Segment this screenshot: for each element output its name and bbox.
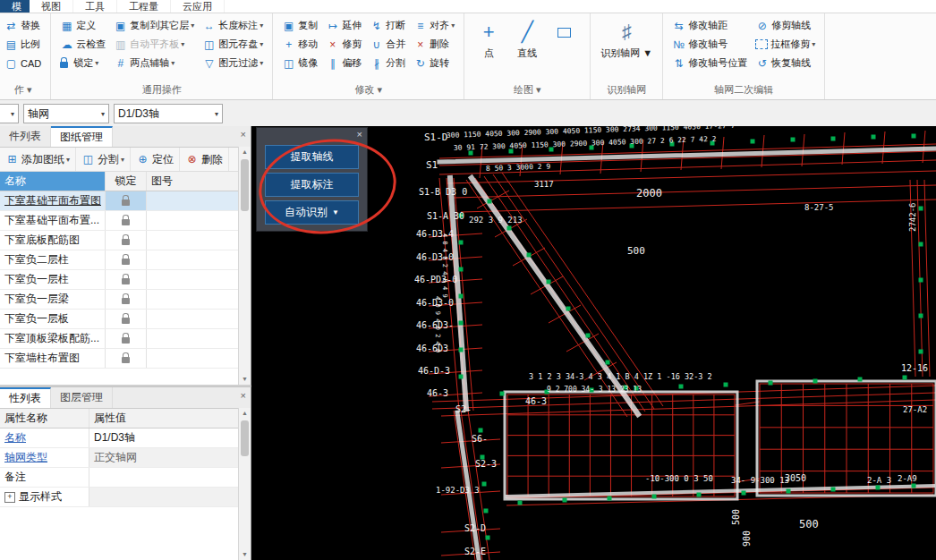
ribbon-item-define[interactable]: ▦定义 xyxy=(57,16,108,35)
tab-property-list[interactable]: 性列表 xyxy=(0,387,51,408)
scroll-up-icon[interactable]: ▲ xyxy=(242,408,248,419)
scroll-up-icon[interactable]: ▲ xyxy=(242,147,248,157)
ribbon-item-restore[interactable]: ↺恢复轴线 xyxy=(753,54,818,72)
sheet-row[interactable]: 下室顶板梁板配筋... xyxy=(0,329,251,349)
ribbon-item-rect[interactable] xyxy=(548,16,583,82)
sheet-tool-locate[interactable]: ⊕定位 xyxy=(131,148,180,171)
sheet-row[interactable]: 下室负二层柱 xyxy=(0,250,251,270)
sheet-tool-splitsheet[interactable]: ◫分割▾ xyxy=(76,148,131,171)
combo-partial[interactable]: ▾ xyxy=(0,104,19,123)
close-icon[interactable]: × xyxy=(357,129,362,140)
close-icon[interactable]: × xyxy=(241,390,246,401)
ribbon-item-scale[interactable]: ▤比例 xyxy=(2,35,44,54)
chevron-down-icon: ▾ xyxy=(260,21,263,30)
ribbon-item-cad[interactable]: ▢CAD xyxy=(2,54,44,72)
prop-row[interactable]: 名称D1/D3轴 xyxy=(0,428,251,448)
sheet-lock-cell[interactable] xyxy=(106,290,147,309)
column-number[interactable]: 图号 xyxy=(147,172,251,191)
sheet-lock-cell[interactable] xyxy=(106,231,147,250)
ribbon-item-grid[interactable]: ♯识别轴网 ▼ xyxy=(597,16,656,82)
prop-value[interactable] xyxy=(89,468,240,487)
sheet-lock-cell[interactable] xyxy=(106,211,147,230)
ribbon-item-length[interactable]: ↔长度标注▾ xyxy=(200,16,266,35)
sheet-tool-delsheet[interactable]: ⊗删除 xyxy=(180,148,229,171)
sheet-lock-cell[interactable] xyxy=(106,349,147,368)
ribbon-item-rotate[interactable]: ↻旋转 xyxy=(411,54,457,72)
column-lock[interactable]: 锁定 xyxy=(106,172,147,191)
prop-row[interactable]: 轴网类型正交轴网 xyxy=(0,448,251,468)
ribbon-item-alignplate[interactable]: ▥自动平齐板▾ xyxy=(111,35,197,54)
float-button-2[interactable]: 自动识别▼ xyxy=(265,200,359,225)
ribbon-item-save[interactable]: ◫图元存盘▾ xyxy=(200,35,266,54)
float-button-0[interactable]: 提取轴线 xyxy=(265,145,359,169)
ribbon-item-offset[interactable]: ∥偏移 xyxy=(323,54,364,72)
menu-tab-active[interactable]: 模 xyxy=(0,0,30,13)
ribbon-group-ops: ⇄替换▤比例▢CAD作 ▾ xyxy=(0,13,51,99)
menu-tab-0[interactable]: 视图 xyxy=(30,0,73,13)
ribbon-item-trim[interactable]: ×修剪 xyxy=(323,35,364,54)
sheet-lock-cell[interactable] xyxy=(106,310,147,328)
ribbon-item-copy[interactable]: ▣复制 xyxy=(279,16,320,35)
property-scrollbar[interactable]: ▲ ▼ xyxy=(238,408,251,560)
ribbon-item-axisdist[interactable]: ⇆修改轴距 xyxy=(669,16,750,35)
column-name[interactable]: 名称 xyxy=(0,172,106,191)
sheet-row[interactable]: 下室墙柱布置图 xyxy=(0,349,251,369)
prop-row[interactable]: +显示样式 xyxy=(0,488,251,507)
sheet-row[interactable]: 下室基础平面布置图 xyxy=(0,191,251,211)
sheet-row[interactable]: 下室负一层梁 xyxy=(0,290,251,310)
ribbon-item-swap[interactable]: ⇄替换 xyxy=(2,16,44,35)
prop-value[interactable]: D1/D3轴 xyxy=(89,428,240,447)
sheet-row[interactable]: 下室负一层板 xyxy=(0,310,251,329)
ribbon-item-copylayer[interactable]: ▣复制到其它层▾ xyxy=(111,16,197,35)
ribbon-item-break[interactable]: ↯打断 xyxy=(367,16,408,35)
close-icon[interactable]: × xyxy=(241,129,246,140)
sheet-lock-cell[interactable] xyxy=(106,250,147,269)
prop-row[interactable]: 备注 xyxy=(0,468,251,488)
ribbon-item-extend[interactable]: ↦延伸 xyxy=(323,16,364,35)
ribbon-item-move[interactable]: +移动 xyxy=(279,35,320,54)
ribbon-item-auxaxis[interactable]: #两点辅轴▾ xyxy=(111,54,197,72)
save-icon: ◫ xyxy=(202,39,216,50)
box-trim-icon xyxy=(755,39,768,49)
scroll-down-icon[interactable]: ▼ xyxy=(242,374,248,385)
ribbon-item-merge[interactable]: ∪合并 xyxy=(367,35,408,54)
ribbon-item-point[interactable]: +点 xyxy=(471,16,506,82)
menu-tab-1[interactable]: 工具 xyxy=(73,0,117,13)
ribbon-item-mirror[interactable]: ◫镜像 xyxy=(279,54,320,72)
scroll-thumb[interactable] xyxy=(241,159,249,211)
scroll-down-icon[interactable]: ▼ xyxy=(242,549,248,560)
ribbon-item-cloud[interactable]: ☁云检查 xyxy=(57,35,108,54)
menu-tab-2[interactable]: 工程量 xyxy=(117,0,171,13)
scroll-thumb[interactable] xyxy=(241,420,249,456)
element-type-combo[interactable]: 轴网 ▾ xyxy=(23,104,109,123)
menu-tab-3[interactable]: 云应用 xyxy=(171,0,225,13)
sheet-lock-cell[interactable] xyxy=(106,191,147,210)
sheet-row[interactable]: 下室底板配筋图 xyxy=(0,231,251,250)
sheet-lock-cell[interactable] xyxy=(106,329,147,348)
sheet-row[interactable]: 下室基础平面布置... xyxy=(0,211,251,231)
tab-sheet-manager[interactable]: 图纸管理 xyxy=(51,126,113,147)
ribbon-item-split[interactable]: ∦分割 xyxy=(367,54,408,72)
ribbon-item-filter[interactable]: ▽图元过滤▾ xyxy=(200,54,266,72)
ribbon-item-line[interactable]: ╱直线 xyxy=(509,16,545,82)
trim-icon: × xyxy=(326,39,339,50)
ribbon-item-lock[interactable]: 锁定▾ xyxy=(57,54,108,72)
chevron-down-icon: ▾ xyxy=(260,40,263,48)
sheet-number xyxy=(147,290,251,309)
ribbon-item-axispos[interactable]: ⇅修改轴号位置 xyxy=(669,54,750,72)
ribbon-item-trimaxis[interactable]: ⊘修剪轴线 xyxy=(753,16,818,35)
expand-icon[interactable]: + xyxy=(4,492,15,503)
float-button-1[interactable]: 提取标注 xyxy=(265,173,359,197)
axis-name-combo[interactable]: D1/D3轴 ▾ xyxy=(114,104,223,123)
tab-component-list[interactable]: 件列表 xyxy=(0,126,51,147)
sheet-tool-addsheet[interactable]: ⊞添加图纸▾ xyxy=(0,148,76,171)
ribbon-item-boxtrim[interactable]: 拉框修剪▾ xyxy=(753,35,818,54)
sheet-scrollbar[interactable]: ▲ ▼ xyxy=(238,147,251,385)
ribbon-item-align[interactable]: ≡对齐▾ xyxy=(411,16,457,35)
ribbon-item-axisnum[interactable]: №修改轴号 xyxy=(669,35,750,54)
ribbon-item-del[interactable]: ×删除 xyxy=(411,35,457,54)
sheet-row[interactable]: 下室负一层柱 xyxy=(0,270,251,290)
sheet-lock-cell[interactable] xyxy=(106,270,147,289)
tab-layer-manager[interactable]: 图层管理 xyxy=(51,387,113,408)
ribbon-group-label-ops: 作 ▾ xyxy=(2,82,44,99)
